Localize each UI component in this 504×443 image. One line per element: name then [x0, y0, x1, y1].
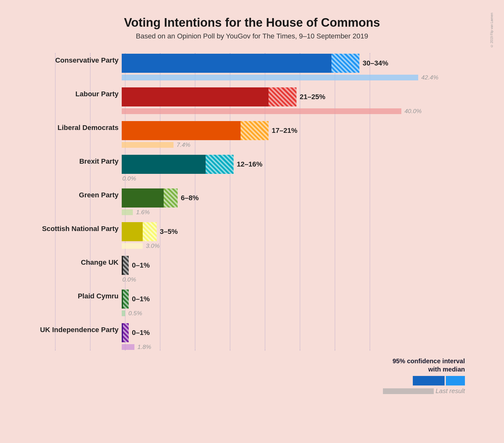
bar-hatch — [164, 188, 178, 208]
party-label: Scottish National Party — [22, 225, 119, 233]
party-row: UK Independence Party0–1%1.8% — [122, 323, 484, 351]
bar-range-label: 21–25% — [300, 93, 325, 101]
copyright-text: © 2019 Flip van Laenen — [490, 13, 494, 48]
party-row: Labour Party21–25%40.0% — [122, 87, 484, 115]
bar-hatch — [143, 222, 157, 241]
bar-hatch — [241, 121, 269, 140]
bar-range-label: 17–21% — [272, 126, 297, 135]
party-label: Labour Party — [22, 90, 119, 98]
bar-last-result — [122, 108, 401, 114]
chart-container: © 2019 Flip van Laenen Voting Intentions… — [7, 6, 497, 407]
bar-solid — [122, 222, 143, 241]
bar-hatch — [269, 87, 296, 106]
bar-range-label: 3–5% — [160, 228, 178, 236]
bar-hatch — [331, 54, 359, 73]
bar-last-label: 0.0% — [122, 276, 136, 283]
bar-last-label: 42.4% — [421, 74, 439, 81]
party-row: Green Party6–8%1.6% — [122, 188, 484, 216]
bar-range-label: 0–1% — [132, 261, 150, 269]
party-row: Plaid Cymru0–1%0.5% — [122, 289, 484, 317]
bar-solid — [122, 54, 331, 73]
bar-hatch — [123, 256, 129, 275]
party-row: Conservative Party30–34%42.4% — [122, 53, 484, 81]
chart-subtitle: Based on an Opinion Poll by YouGov for T… — [20, 32, 484, 40]
chart-body: Conservative Party30–34%42.4%Labour Part… — [20, 53, 484, 395]
bar-last-result — [122, 310, 125, 316]
party-row: Brexit Party12–16%0.0% — [122, 154, 484, 182]
bar-last-result — [122, 344, 134, 350]
bar-hatch — [123, 323, 129, 342]
bar-last-label: 40.0% — [405, 108, 422, 115]
bar-range-label: 30–34% — [363, 59, 388, 67]
bar-last-result — [122, 209, 133, 215]
legend-area: 95% confidence intervalwith median Last … — [20, 357, 484, 395]
bar-last-label: 1.6% — [136, 209, 150, 216]
party-label: Change UK — [22, 258, 119, 267]
party-label: UK Independence Party — [22, 326, 119, 334]
bar-solid — [122, 87, 269, 106]
chart-title: Voting Intentions for the House of Commo… — [20, 16, 484, 30]
party-label: Brexit Party — [22, 157, 119, 166]
party-row: Scottish National Party3–5%3.0% — [122, 222, 484, 249]
bar-solid — [122, 121, 241, 140]
bar-last-label: 1.8% — [138, 344, 151, 351]
rows-container: Conservative Party30–34%42.4%Labour Part… — [20, 53, 484, 351]
bar-last-result — [122, 75, 418, 80]
bar-solid — [122, 188, 164, 208]
bar-range-label: 0–1% — [132, 329, 150, 337]
bar-range-label: 6–8% — [181, 194, 199, 202]
bar-range-label: 0–1% — [132, 295, 150, 303]
party-label: Green Party — [22, 191, 119, 199]
party-row: Liberal Democrats17–21%7.4% — [122, 120, 484, 148]
bar-last-label: 7.4% — [177, 141, 190, 148]
bar-solid — [122, 155, 206, 174]
bar-last-label: 3.0% — [146, 242, 160, 249]
bar-last-result — [122, 142, 174, 148]
party-label: Plaid Cymru — [22, 292, 119, 300]
legend-ci-label: 95% confidence intervalwith median — [392, 357, 465, 373]
bar-last-result — [122, 243, 143, 249]
bar-range-label: 12–16% — [237, 160, 262, 168]
party-row: Change UK0–1%0.0% — [122, 255, 484, 283]
legend-last-label: Last result — [436, 387, 465, 395]
bar-hatch — [206, 155, 234, 174]
bar-last-label: 0.5% — [128, 310, 142, 317]
bar-last-label: 0.0% — [122, 175, 136, 182]
party-label: Conservative Party — [22, 56, 119, 65]
bar-hatch — [123, 290, 129, 309]
party-label: Liberal Democrats — [22, 124, 119, 132]
